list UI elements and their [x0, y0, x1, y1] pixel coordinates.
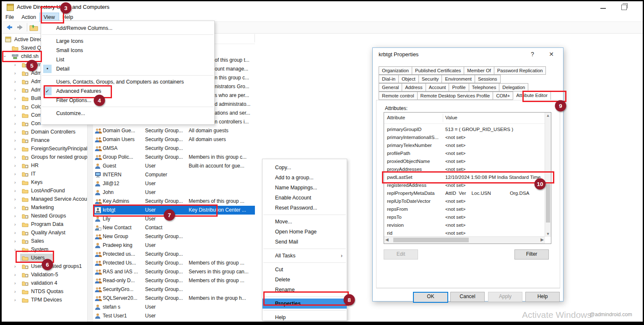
list-row-guest[interactable]: GuestUserBuilt-in account for gue...	[93, 162, 255, 170]
tree-item-sales[interactable]: ›Sales	[2, 237, 87, 245]
menu-item-cut[interactable]: Cut	[262, 265, 347, 275]
chevron-right-icon[interactable]: ›	[14, 69, 16, 77]
cancel-button[interactable]: Cancel	[450, 292, 485, 302]
tab-member-of[interactable]: Member Of	[464, 66, 494, 75]
scroll-right-icon[interactable]: ▶	[540, 237, 544, 242]
chevron-right-icon[interactable]: ›	[14, 136, 16, 144]
chevron-right-icon[interactable]: ›	[14, 119, 16, 128]
list-row-gmsa[interactable]: GMSASecurity Group...	[93, 144, 255, 153]
attribute-row-primaryinternationalis-[interactable]: primaryInternationalIS...<not set>	[384, 133, 544, 141]
attribute-row-primarygroupid[interactable]: primaryGroupID513 = ( GROUP_RID_USERS )	[384, 125, 544, 133]
attribute-row-repsto[interactable]: repsTo<not set>	[384, 213, 544, 221]
tree-item-validation-5[interactable]: ›Validation-5	[2, 270, 87, 279]
chevron-right-icon[interactable]: ›	[14, 262, 16, 270]
list-row-pradeep-king[interactable]: Pradeep kingUser	[93, 241, 255, 250]
dialog-close-icon[interactable]: ✕	[547, 51, 556, 58]
list-row-domain-users[interactable]: Domain UsersSecurity Group...All domain …	[93, 135, 255, 144]
chevron-right-icon[interactable]: ›	[14, 220, 16, 228]
menu-item-reset-password-[interactable]: Reset Password...	[262, 203, 347, 213]
back-icon[interactable]	[5, 23, 13, 31]
tree-item-ntds-quotas[interactable]: ›NTDS Quotas	[2, 287, 87, 296]
attribute-row-primarytelexnumber[interactable]: primaryTelexNumber<not set>	[384, 141, 544, 149]
tree-item-managed-service-accounts[interactable]: ›Managed Service Accounts	[2, 195, 87, 203]
chevron-right-icon[interactable]: ›	[14, 161, 16, 170]
tab-address[interactable]: Address	[402, 83, 426, 92]
scroll-thumb[interactable]	[393, 238, 469, 242]
list-row-sqlserver20-[interactable]: SQLServer20...Security Group...Members i…	[93, 294, 255, 303]
menu-item-move-[interactable]: Move...	[262, 217, 347, 227]
list-row-description-fragment[interactable]: s who are per...	[215, 91, 254, 100]
list-row-new-contact[interactable]: New ContactContact	[93, 223, 255, 232]
menu-item-all-tasks[interactable]: All Tasks›	[262, 251, 347, 261]
chevron-right-icon[interactable]: ›	[14, 279, 16, 287]
chevron-right-icon[interactable]: ›	[14, 111, 16, 119]
list-row-description-fragment[interactable]: d administrato...	[215, 100, 254, 109]
tab-object[interactable]: Object	[398, 75, 419, 83]
list-row-protected-us-[interactable]: Protected Us...Security Group...Members …	[93, 259, 255, 267]
tree-item-tpm-devices[interactable]: ›TPM Devices	[2, 296, 87, 304]
tree-item-foreignsecurityprincipals[interactable]: ›ForeignSecurityPrincipals	[2, 144, 87, 153]
list-row-intern[interactable]: INTERNComputer	[93, 170, 255, 179]
list-row-new-group[interactable]: New GroupSecurity Group...	[93, 232, 255, 241]
chevron-right-icon[interactable]: ›	[14, 178, 16, 186]
tab-telephones[interactable]: Telephones	[469, 83, 500, 92]
minimize-button[interactable]	[600, 8, 606, 9]
list-row-securitygro-[interactable]: SecurityGro...Security Group...	[93, 285, 255, 294]
menu-item-large-icons[interactable]: Large Icons	[41, 37, 214, 46]
forward-icon[interactable]	[16, 23, 24, 31]
chevron-right-icon[interactable]: ›	[14, 153, 16, 161]
menu-item-small-icons[interactable]: Small Icons	[41, 46, 214, 55]
attribute-row-repluptodatevector[interactable]: replUpToDateVector<not set>	[384, 197, 544, 205]
up-folder-icon[interactable]	[29, 23, 38, 31]
tab-general[interactable]: General	[379, 83, 402, 92]
attribute-row-proxiedobjectname[interactable]: proxiedObjectName<not set>	[384, 157, 544, 165]
apply-button[interactable]: Apply	[488, 292, 522, 302]
attribute-column-header[interactable]: Attribute	[387, 115, 405, 120]
tree-item-program-data[interactable]: ›Program Data	[2, 220, 87, 228]
restore-button[interactable]	[621, 5, 627, 10]
list-row-description-fragment[interactable]: of this group t...	[215, 56, 254, 65]
list-row-test-user1[interactable]: Test User1User	[93, 312, 255, 320]
menu-item-add-remove-columns-[interactable]: Add/Remove Columns...	[41, 24, 214, 33]
tree-item-nested-groups[interactable]: ›Nested Groups	[2, 212, 87, 220]
tree-item-it[interactable]: ›IT	[2, 170, 87, 178]
tab-sessions[interactable]: Sessions	[475, 75, 501, 83]
tab-remote-desktop-services-profile[interactable]: Remote Desktop Services Profile	[417, 92, 493, 100]
chevron-right-icon[interactable]: ›	[14, 128, 16, 136]
tab-delegation[interactable]: Delegation	[499, 83, 528, 92]
menu-item-name-mappings-[interactable]: Name Mappings...	[262, 183, 347, 193]
menu-item-list[interactable]: List	[41, 55, 214, 64]
tree-item-validation-4[interactable]: ›validation 4	[2, 279, 87, 287]
menu-item-delete[interactable]: Delete	[262, 275, 347, 285]
edit-button[interactable]: Edit	[384, 249, 418, 259]
horizontal-scrollbar[interactable]: ◀ ▶	[384, 236, 545, 244]
tab-dial-in[interactable]: Dial-in	[379, 75, 399, 83]
menu-item-customize-[interactable]: Customize...	[41, 109, 214, 118]
tree-item-marketing[interactable]: ›Marketing	[2, 203, 87, 212]
menu-item-send-mail[interactable]: Send Mail	[262, 237, 347, 247]
list-row-description-fragment[interactable]: n this group c...	[215, 73, 254, 82]
tree-item-domain-controllers[interactable]: ›Domain Controllers	[2, 128, 87, 136]
ok-button[interactable]: OK	[413, 292, 448, 303]
scroll-thumb[interactable]	[546, 184, 550, 223]
list-row-protected-us-[interactable]: Protected us...Security Group...	[93, 250, 255, 259]
attribute-row-rid[interactable]: rid<not set>	[384, 229, 544, 237]
list-row-jill-12[interactable]: Jill@12User	[93, 179, 255, 188]
tree-item-lostandfound[interactable]: ›LostAndFound	[2, 186, 87, 195]
scroll-left-icon[interactable]: ◀	[385, 237, 389, 242]
tab-profile[interactable]: Profile	[449, 83, 469, 92]
filter-button[interactable]: Filter	[514, 249, 549, 259]
tree-item-quality-analyst[interactable]: ›Quality Analyst	[2, 228, 87, 237]
list-row-description-fragment[interactable]: nistrators Gro...	[215, 82, 254, 91]
help-button[interactable]: Help	[525, 292, 560, 302]
menu-item-copy-[interactable]: Copy...	[262, 162, 347, 173]
attribute-row-revision[interactable]: revision<not set>	[384, 221, 544, 229]
tree-item-groups-for-nested-group[interactable]: ›Groups for nested group	[2, 153, 87, 161]
list-row-domain-gue-[interactable]: Domain Gue...Security Group...All domain…	[93, 126, 255, 135]
list-row-ras-and-ias-[interactable]: RAS and IAS ...Security Group...Servers …	[93, 267, 255, 276]
chevron-right-icon[interactable]: ›	[14, 94, 16, 102]
attribute-row-replpropertymetadata[interactable]: replPropertyMetaDataAttID Ver Loc.USN Or…	[384, 189, 544, 197]
attribute-row-profilepath[interactable]: profilePath<not set>	[384, 149, 544, 157]
list-row-group-polic-[interactable]: Group Polic...Security Group...Members i…	[93, 153, 255, 162]
scroll-up-icon[interactable]: ▲	[545, 113, 551, 118]
